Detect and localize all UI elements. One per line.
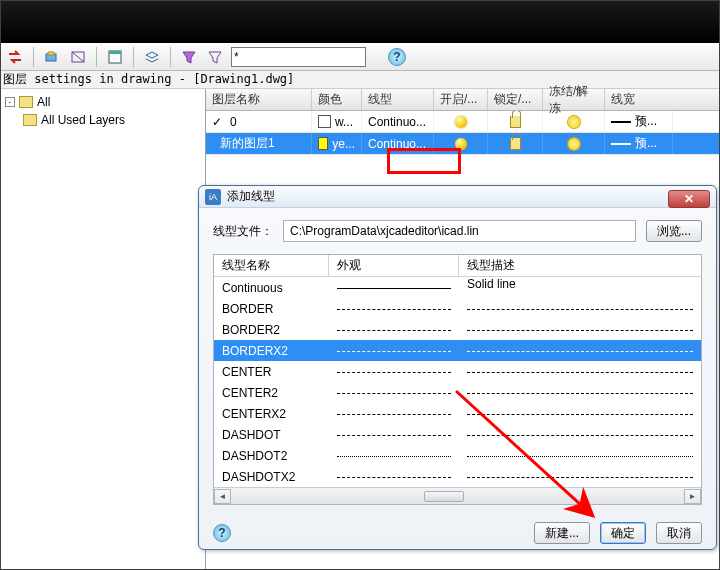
- help-icon[interactable]: ?: [388, 48, 406, 66]
- bulb-icon[interactable]: [455, 116, 467, 128]
- layer-tool-1-icon[interactable]: [42, 47, 62, 67]
- list-item[interactable]: DASHDOT: [214, 424, 701, 445]
- filter-icon-1[interactable]: [179, 47, 199, 67]
- lt-col-desc[interactable]: 线型描述: [459, 255, 701, 276]
- lock-icon[interactable]: [510, 116, 521, 128]
- ok-button[interactable]: 确定: [600, 522, 646, 544]
- window-titlebar: [1, 1, 719, 43]
- add-linetype-dialog: iA 添加线型 ✕ 线型文件： C:\ProgramData\xjcadedit…: [198, 185, 717, 550]
- layer-tool-2-icon[interactable]: [68, 47, 88, 67]
- list-item[interactable]: DASHDOTX2: [214, 466, 701, 487]
- col-on[interactable]: 开启/...: [434, 89, 488, 110]
- table-row[interactable]: ✓0w...Continuo... 预...: [206, 111, 719, 133]
- toolbar: ?: [1, 43, 719, 71]
- tree-child-label: All Used Layers: [41, 113, 125, 127]
- sun-icon[interactable]: [568, 138, 580, 150]
- lt-col-name[interactable]: 线型名称: [214, 255, 329, 276]
- file-path-input[interactable]: C:\ProgramData\xjcadeditor\icad.lin: [283, 220, 636, 242]
- new-button[interactable]: 新建...: [534, 522, 590, 544]
- scroll-left-icon[interactable]: ◄: [214, 489, 231, 504]
- subtitle-bar: 图层 settings in drawing - [Drawing1.dwg]: [1, 71, 719, 89]
- filter-icon-2[interactable]: [205, 47, 225, 67]
- scroll-right-icon[interactable]: ►: [684, 489, 701, 504]
- dialog-titlebar[interactable]: iA 添加线型 ✕: [199, 186, 716, 208]
- col-color[interactable]: 颜色: [312, 89, 362, 110]
- stack-icon[interactable]: [142, 47, 162, 67]
- col-freeze[interactable]: 冻结/解冻: [543, 89, 605, 110]
- tree-child[interactable]: All Used Layers: [23, 111, 201, 129]
- col-name[interactable]: 图层名称: [206, 89, 312, 110]
- svg-rect-3: [109, 51, 121, 54]
- window-icon[interactable]: [105, 47, 125, 67]
- list-item[interactable]: CENTERX2: [214, 403, 701, 424]
- list-item[interactable]: BORDERX2: [214, 340, 701, 361]
- horizontal-scrollbar[interactable]: ◄ ►: [214, 487, 701, 504]
- collapse-icon[interactable]: -: [5, 97, 15, 107]
- list-item[interactable]: ContinuousSolid line: [214, 277, 701, 298]
- list-item[interactable]: CENTER2: [214, 382, 701, 403]
- linetype-list: 线型名称 外观 线型描述 ContinuousSolid lineBORDERB…: [213, 254, 702, 505]
- col-lock[interactable]: 锁定/...: [488, 89, 543, 110]
- dialog-icon: iA: [205, 189, 221, 205]
- grid-header: 图层名称 颜色 线型 开启/... 锁定/... 冻结/解冻 线宽: [206, 89, 719, 111]
- close-button[interactable]: ✕: [668, 190, 710, 208]
- layer-tree: - All All Used Layers: [1, 89, 206, 570]
- tree-root[interactable]: - All: [5, 93, 201, 111]
- lock-icon[interactable]: [510, 138, 521, 150]
- folder-icon: [23, 114, 37, 126]
- col-lineweight[interactable]: 线宽: [605, 89, 673, 110]
- cancel-button[interactable]: 取消: [656, 522, 702, 544]
- file-label: 线型文件：: [213, 223, 273, 240]
- list-item[interactable]: CENTER: [214, 361, 701, 382]
- dialog-help-icon[interactable]: ?: [213, 524, 231, 542]
- scroll-thumb[interactable]: [424, 491, 464, 502]
- list-item[interactable]: DASHDOT2: [214, 445, 701, 466]
- swap-icon[interactable]: [5, 47, 25, 67]
- table-row[interactable]: 新的图层1ye...Continuo... 预...: [206, 133, 719, 155]
- list-item[interactable]: BORDER: [214, 298, 701, 319]
- tree-root-label: All: [37, 95, 50, 109]
- list-item[interactable]: BORDER2: [214, 319, 701, 340]
- dialog-title: 添加线型: [227, 188, 275, 205]
- folder-icon: [19, 96, 33, 108]
- bulb-icon[interactable]: [455, 138, 467, 150]
- col-linetype[interactable]: 线型: [362, 89, 434, 110]
- lt-col-appearance[interactable]: 外观: [329, 255, 459, 276]
- search-input[interactable]: [231, 47, 366, 67]
- sun-icon[interactable]: [568, 116, 580, 128]
- browse-button[interactable]: 浏览...: [646, 220, 702, 242]
